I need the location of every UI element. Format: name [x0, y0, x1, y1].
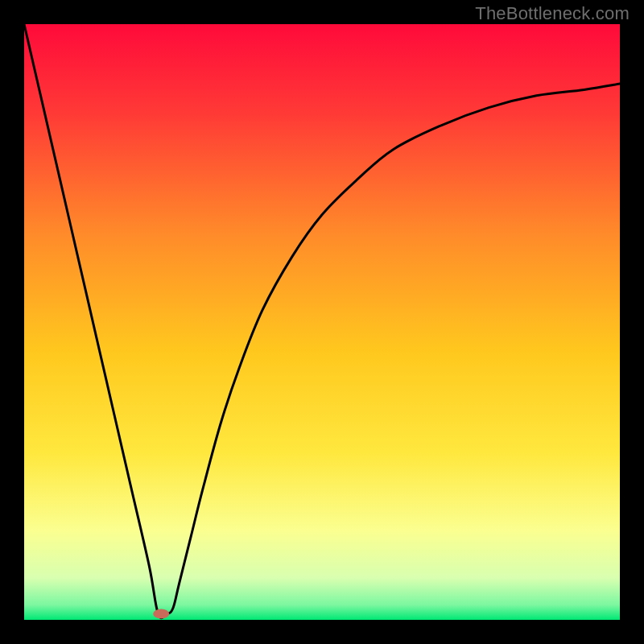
- chart-background: [24, 24, 620, 620]
- watermark-text: TheBottleneck.com: [475, 3, 630, 24]
- chart-svg: [24, 24, 620, 620]
- optimal-point-marker: [153, 609, 169, 619]
- plot-area: [24, 24, 620, 620]
- chart-frame: TheBottleneck.com: [0, 0, 644, 644]
